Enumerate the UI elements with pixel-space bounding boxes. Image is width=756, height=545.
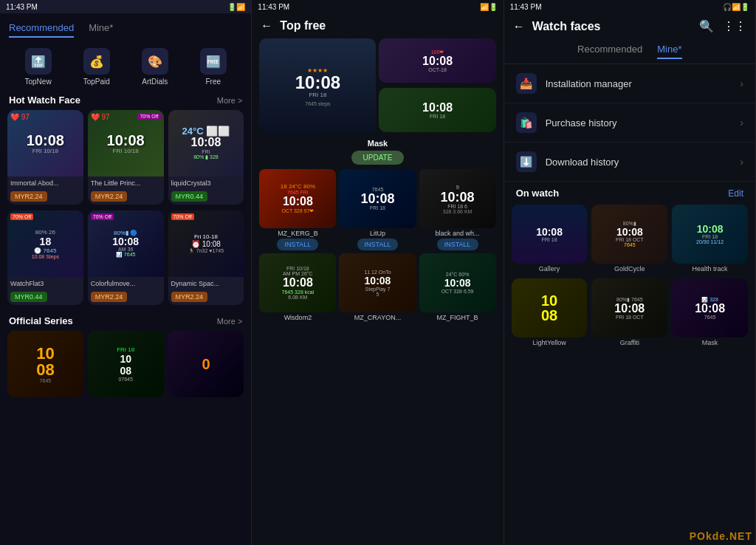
menu-icon[interactable]: ⋮⋮ — [723, 19, 746, 33]
status-icons-p1: 🔋📶 — [227, 3, 245, 11]
p3-header: ← Watch faces 🔍 ⋮⋮ — [504, 13, 755, 39]
panel-mine: 11:43 PM 🎧📶🔋 ← Watch faces 🔍 ⋮⋮ Recommen… — [504, 0, 756, 545]
topnew-icon: 🔝 — [25, 48, 52, 75]
edit-button[interactable]: Edit — [728, 188, 743, 199]
menu-purchase-left: 🛍️ Purchase history — [516, 112, 617, 133]
category-toppaid[interactable]: 💰 TopPaid — [83, 48, 110, 86]
back-button-p2[interactable]: ← — [261, 19, 272, 32]
artdials-label: ArtDials — [142, 78, 168, 86]
watch-item-crayon[interactable]: 11 12 OnTo 10:08 StepPlay 7 5 MZ_CRAYON.… — [339, 253, 416, 321]
back-button-p3[interactable]: ← — [513, 20, 525, 33]
watch-card-prince[interactable]: ❤️ 97 70% Off 10:08 FRI 10/18 The Little… — [88, 110, 164, 205]
download-label: Download history — [546, 157, 619, 168]
mask-card: 📊 328 10:08 7645 — [672, 278, 748, 337]
free-label: Free — [206, 78, 221, 86]
watch-price-prince: MYR2.24 — [91, 191, 128, 202]
watch-item-kerg[interactable]: 18 24°C 80% 7645 FRI 10:08 OCT 328 97❤ M… — [259, 169, 336, 250]
official-more[interactable]: More > — [217, 317, 243, 326]
menu-download-left: ⬇️ Download history — [516, 151, 619, 172]
update-button[interactable]: UPDATE — [351, 151, 405, 165]
tab-recommended-p3[interactable]: Recommended — [577, 44, 642, 59]
watch-time: 10:08 — [27, 133, 64, 148]
heart-badge: ❤️ 97 — [10, 113, 30, 121]
on-watch-mask[interactable]: 📊 328 10:08 7645 Mask — [672, 278, 748, 348]
menu-download[interactable]: ⬇️ Download history › — [504, 143, 755, 182]
status-icons-p3: 🎧📶🔋 — [723, 3, 749, 11]
watch-thumb-flat: 70% Off 80% 26 18 🕐 7645 10:08 Steps — [7, 210, 83, 277]
watch-thumb-dynamic: 70% Off Fri 10-18 ⏰ 10:08 🏃 7n32 ♥1745 — [168, 210, 244, 277]
status-icons-p2: 📶🔋 — [480, 3, 498, 11]
p2-title: Top free — [280, 19, 326, 32]
featured-section: ★★★★ 10:08 FRI 18 7645 steps 100❤ 10:08 … — [259, 38, 495, 134]
on-watch-title: On watch — [516, 188, 560, 199]
hot-title: Hot Watch Face — [9, 95, 80, 106]
watch-item-blackwhite[interactable]: 9 10:08 FRI 18 6 328 3.66 KM black and w… — [419, 169, 496, 250]
blackwhite-install[interactable]: INSTALL — [437, 239, 478, 250]
watch-card-immortal[interactable]: ❤️ 97 10:08 FRI 10/18 Immortal Abod... M… — [7, 110, 83, 205]
goldcycle-name: GoldCycle — [591, 264, 667, 274]
official-card-1[interactable]: 10 08 7645 — [7, 331, 83, 397]
category-free[interactable]: 🆓 Free — [200, 48, 227, 86]
tab-recommended-p1[interactable]: Recommended — [9, 22, 74, 38]
search-icon[interactable]: 🔍 — [699, 19, 714, 33]
tab-mine-p1[interactable]: Mine* — [89, 22, 113, 38]
hot-more[interactable]: More > — [217, 96, 243, 105]
p3-header-icons: 🔍 ⋮⋮ — [699, 19, 746, 33]
watch-card-flat[interactable]: 70% Off 80% 26 18 🕐 7645 10:08 Steps Wat… — [7, 210, 83, 305]
watch-thumb-prince: ❤️ 97 70% Off 10:08 FRI 10/18 — [88, 110, 164, 176]
chevron-purchase: › — [740, 117, 743, 128]
menu-installation[interactable]: 📥 Installation manager › — [504, 64, 755, 103]
lightyellow-name: LightYellow — [512, 337, 588, 348]
on-watch-healthtrack[interactable]: 10:08 FRI 18 20/30 11/12 Health track — [672, 205, 748, 274]
kerg-name: MZ_KERG_B — [259, 230, 336, 237]
fight-name: MZ_FIGHT_B — [419, 314, 496, 321]
purchase-icon: 🛍️ — [516, 112, 537, 133]
watch-item-wisdom[interactable]: FRI 10/18 AM PM 26°C 10:08 7645 328 kcal… — [259, 253, 336, 321]
tab-mine-p3[interactable]: Mine* — [657, 44, 681, 59]
p3-header-left: ← Watch faces — [513, 20, 601, 33]
watch-list-row2: FRI 10/18 AM PM 26°C 10:08 7645 328 kcal… — [259, 253, 495, 321]
watch-price-flat: MYR0.44 — [10, 292, 47, 302]
official-thumb-3: 0 — [168, 331, 244, 397]
on-watch-graffiti[interactable]: 80%▮ 7645 10:08 FRI 18 OCT Graffiti — [591, 278, 667, 348]
watch-thumb-immortal: ❤️ 97 10:08 FRI 10/18 — [7, 110, 83, 176]
hot-watch-grid-1: ❤️ 97 10:08 FRI 10/18 Immortal Abod... M… — [0, 110, 251, 210]
on-watch-header: On watch Edit — [504, 182, 755, 202]
hot-section-header: Hot Watch Face More > — [0, 90, 251, 110]
category-topnew[interactable]: 🔝 TopNew — [25, 48, 52, 86]
panel-top-free: 11:43 PM 📶🔋 ← Top free ★★★★ 10:08 FRI 18… — [252, 0, 504, 545]
watch-thumb-color: 70% Off 80%▮ 🔵 10:08 AM 36 📊 7645 — [88, 210, 164, 277]
watch-name-immortal: Immortal Abod... — [7, 176, 83, 188]
official-thumb-2: FRI 18 10 08 07645 — [88, 331, 164, 397]
purchase-label: Purchase history — [546, 117, 617, 128]
watch-item-fight[interactable]: 24°C 60% 10:08 OCT 328 6.59 MZ_FIGHT_B — [419, 253, 496, 321]
graffiti-name: Graffiti — [591, 337, 667, 348]
free-icon: 🆓 — [200, 48, 227, 75]
official-card-2[interactable]: FRI 18 10 08 07645 — [88, 331, 164, 397]
category-artdials[interactable]: 🎨 ArtDials — [142, 48, 168, 86]
litup-install[interactable]: INSTALL — [357, 239, 399, 250]
on-watch-gallery[interactable]: 10:08 FRI 18 Gallery — [512, 205, 588, 274]
wisdom-name: Wisdom2 — [259, 314, 336, 321]
featured-watch-sub2[interactable]: 10:08 FRI 18 — [379, 88, 495, 132]
watch-item-litup[interactable]: 7645 10:08 FRI 18 LitUp INSTALL — [339, 169, 416, 250]
installation-icon: 📥 — [516, 73, 537, 94]
featured-watch-main[interactable]: ★★★★ 10:08 FRI 18 7645 steps — [259, 38, 376, 134]
time-p3: 11:43 PM — [510, 3, 542, 11]
on-watch-goldcycle[interactable]: 80%▮ 10:08 FRI 18 OCT 7645 GoldCycle — [591, 205, 667, 274]
on-watch-lightyellow[interactable]: 10 08 LightYellow — [512, 278, 588, 348]
p1-tabs: Recommended Mine* — [9, 19, 242, 41]
featured-watch-sub1[interactable]: 100❤ 10:08 OCT-18 — [379, 38, 495, 83]
featured-label: Mask — [259, 139, 495, 148]
official-section-header: Official Series More > — [0, 311, 251, 331]
watch-card-liquid[interactable]: 24°C ⬜⬜ 10:08 FRI 80% ▮ 328 liquidCrysta… — [168, 110, 244, 205]
p2-header: ← Top free — [252, 13, 503, 38]
watch-card-dynamic[interactable]: 70% Off Fri 10-18 ⏰ 10:08 🏃 7n32 ♥1745 D… — [168, 210, 244, 305]
menu-purchase[interactable]: 🛍️ Purchase history › — [504, 103, 755, 143]
watch-time-2: 10:08 — [107, 133, 145, 148]
chevron-installation: › — [740, 78, 743, 89]
official-card-3[interactable]: 0 — [168, 331, 244, 397]
time-p2: 11:43 PM — [258, 3, 289, 11]
kerg-install[interactable]: INSTALL — [277, 239, 318, 250]
watch-card-color[interactable]: 70% Off 80%▮ 🔵 10:08 AM 36 📊 7645 Colorf… — [88, 210, 164, 305]
